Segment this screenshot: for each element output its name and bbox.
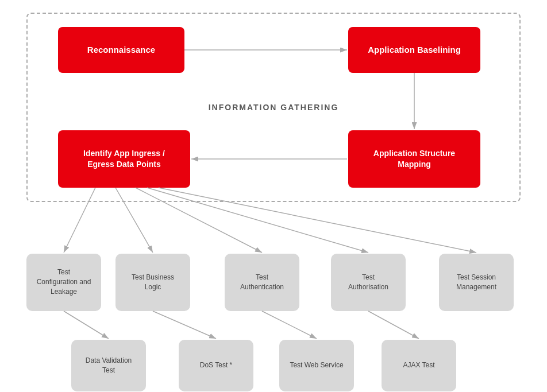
dos-test-label: DoS Test * <box>200 360 232 370</box>
app-baselining-box: Application Baselining <box>348 27 480 73</box>
svg-line-10 <box>153 311 216 339</box>
svg-line-11 <box>262 311 317 339</box>
svg-line-12 <box>368 311 419 339</box>
app-baselining-label: Application Baselining <box>368 44 461 56</box>
data-validation-box: Data Validation Test <box>71 340 146 391</box>
svg-line-9 <box>64 311 109 339</box>
identify-ingress-label: Identify App Ingress / Egress Data Point… <box>83 148 165 169</box>
test-auth-box: Test Authentication <box>225 254 299 311</box>
test-auth-label: Test Authentication <box>240 273 284 292</box>
test-web-service-label: Test Web Service <box>290 360 343 370</box>
test-session-box: Test Session Management <box>439 254 514 311</box>
test-web-service-box: Test Web Service <box>279 340 354 391</box>
app-structure-label: Application Structure Mapping <box>373 148 455 169</box>
reconnaissance-box: Reconnaissance <box>58 27 184 73</box>
test-business-box: Test Business Logic <box>115 254 190 311</box>
ajax-test-box: AJAX Test <box>382 340 456 391</box>
data-validation-label: Data Validation Test <box>86 356 132 375</box>
test-authorisation-label: Test Authorisation <box>348 273 388 292</box>
identify-ingress-box: Identify App Ingress / Egress Data Point… <box>58 130 190 188</box>
test-business-label: Test Business Logic <box>132 273 174 292</box>
test-config-label: Test Configuration and Leakage <box>37 267 91 296</box>
dos-test-box: DoS Test * <box>179 340 253 391</box>
info-gathering-label: INFORMATION GATHERING <box>209 103 339 112</box>
diagram-container: INFORMATION GATHERING Reconnaissance App… <box>9 7 538 386</box>
app-structure-box: Application Structure Mapping <box>348 130 480 188</box>
reconnaissance-label: Reconnaissance <box>87 44 155 56</box>
test-session-label: Test Session Management <box>456 273 496 292</box>
ajax-test-label: AJAX Test <box>403 360 434 370</box>
test-config-box: Test Configuration and Leakage <box>26 254 101 311</box>
test-authorisation-box: Test Authorisation <box>331 254 406 311</box>
